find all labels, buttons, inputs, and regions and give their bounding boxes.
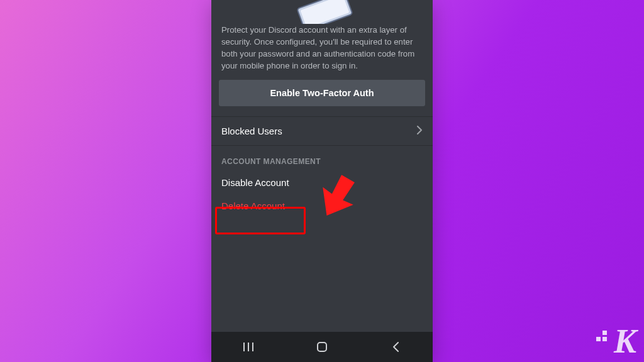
blocked-users-label: Blocked Users <box>221 126 282 136</box>
enable-two-factor-button[interactable]: Enable Two-Factor Auth <box>219 80 425 106</box>
twofa-button-row: Enable Two-Factor Auth <box>211 72 433 116</box>
recents-icon <box>242 342 255 352</box>
phone-panel: Protect your Discord account with an ext… <box>211 0 433 362</box>
back-icon <box>391 341 400 353</box>
disable-account-link[interactable]: Disable Account <box>211 171 433 194</box>
nav-back-button[interactable] <box>377 332 414 362</box>
watermark-letter: K <box>614 324 635 358</box>
twofa-illustration <box>211 0 433 24</box>
delete-account-link[interactable]: Delete Account <box>211 194 433 217</box>
watermark: K <box>591 322 635 356</box>
twofa-description: Protect your Discord account with an ext… <box>211 24 433 72</box>
svg-rect-1 <box>300 0 349 24</box>
nav-recents-button[interactable] <box>230 332 267 362</box>
svg-rect-5 <box>318 343 326 351</box>
watermark-dots-icon <box>591 328 613 356</box>
screenshot-stage: Protect your Discord account with an ext… <box>0 0 644 362</box>
chevron-right-icon <box>416 126 423 136</box>
blocked-users-row[interactable]: Blocked Users <box>211 117 433 145</box>
account-management-header: ACCOUNT MANAGEMENT <box>211 146 433 171</box>
android-nav-bar <box>211 332 433 362</box>
nav-home-button[interactable] <box>303 332 341 362</box>
home-icon <box>316 341 328 353</box>
